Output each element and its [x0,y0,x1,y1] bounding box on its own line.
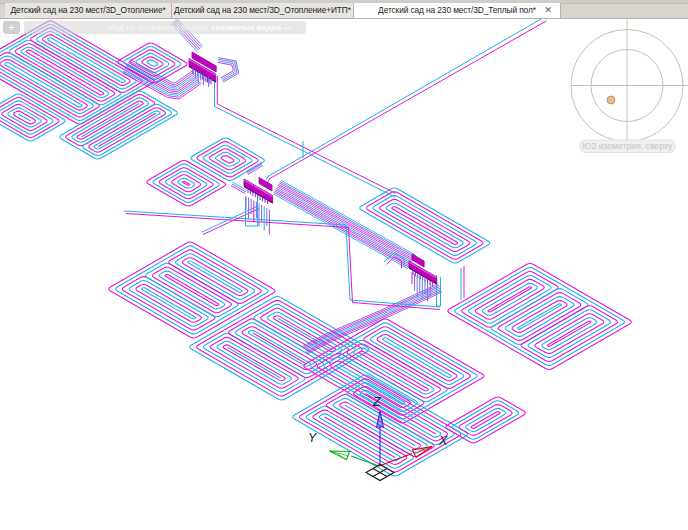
svg-text:ЮЗ изометрия, сверху: ЮЗ изометрия, сверху [583,141,674,151]
svg-text:Z: Z [372,395,381,409]
svg-text:X: X [438,434,448,448]
